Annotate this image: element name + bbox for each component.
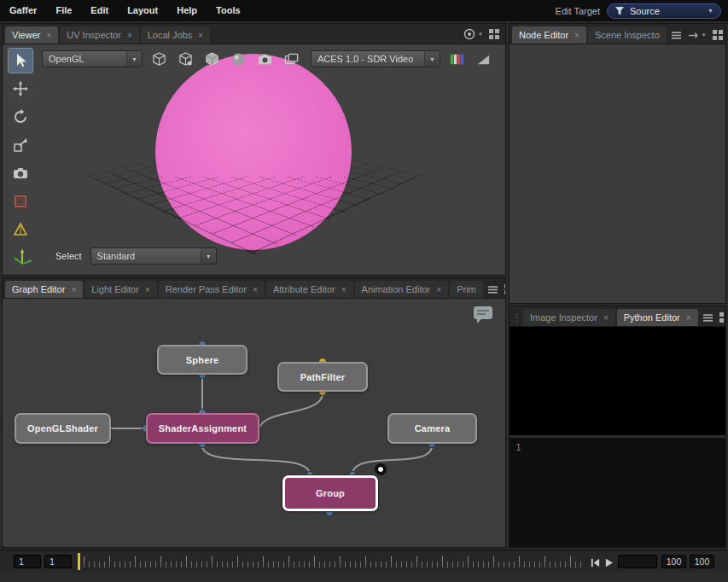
close-icon[interactable]: × xyxy=(145,285,150,294)
layout-grid-button[interactable] xyxy=(712,29,724,41)
tab-node-editor[interactable]: Node Editor × xyxy=(512,26,586,44)
cube-wireframe-button[interactable] xyxy=(149,49,169,68)
viewport[interactable]: OpenGL ▼ xyxy=(3,44,505,275)
edit-target-dropdown[interactable]: Source ▼ xyxy=(607,3,721,19)
python-input-area[interactable]: 1 xyxy=(510,438,725,547)
scene-target-button[interactable]: ▼ xyxy=(463,27,483,41)
renderer-dropdown[interactable]: OpenGL ▼ xyxy=(42,50,143,67)
menu-help[interactable]: Help xyxy=(167,0,207,21)
current-frame-field[interactable]: 1 xyxy=(44,555,72,568)
layout-grid-button[interactable] xyxy=(719,311,725,323)
go-to-start-button[interactable] xyxy=(589,556,601,568)
tab-graph-editor[interactable]: Graph Editor × xyxy=(5,281,83,298)
close-icon[interactable]: × xyxy=(436,285,441,294)
tab-label: Local Jobs xyxy=(148,30,193,40)
tab-render-pass-editor[interactable]: Render Pass Editor × xyxy=(159,281,265,298)
tab-attribute-editor[interactable]: Attribute Editor × xyxy=(266,281,353,298)
tab-image-inspector[interactable]: Image Inspector × xyxy=(523,309,615,326)
node-graph-canvas[interactable]: Sphere PathFilter OpenGLShader ShaderAss… xyxy=(3,299,505,547)
start-frame-field[interactable]: 1 xyxy=(14,555,41,568)
tab-label: Viewer xyxy=(12,30,40,40)
speech-bubble-icon xyxy=(473,306,493,324)
close-icon[interactable]: × xyxy=(603,313,609,323)
menu-bar: Gaffer File Edit Layout Help Tools Edit … xyxy=(0,0,728,21)
cube-points-button[interactable] xyxy=(175,49,195,68)
viewer-panel: Viewer × UV Inspector × Local Jobs × ▼ xyxy=(2,23,506,276)
panel-menu-button[interactable] xyxy=(487,284,498,295)
panel-menu-button[interactable] xyxy=(671,30,682,41)
range-end-field[interactable]: 100 xyxy=(690,555,714,568)
snapshot-button[interactable] xyxy=(254,49,275,68)
node-label: Sphere xyxy=(186,355,219,365)
camera-icon xyxy=(257,51,273,67)
close-icon[interactable]: × xyxy=(574,31,579,40)
crop-window-tool-button[interactable] xyxy=(8,189,33,214)
field-value: 100 xyxy=(695,556,710,567)
annotation-button[interactable] xyxy=(473,306,493,326)
node-sphere[interactable]: Sphere xyxy=(157,345,248,375)
play-button[interactable] xyxy=(603,556,614,568)
menu-file[interactable]: File xyxy=(46,0,81,21)
menu-layout[interactable]: Layout xyxy=(118,0,167,21)
close-icon[interactable]: × xyxy=(198,31,203,40)
gaffer-window: Gaffer File Edit Layout Help Tools Edit … xyxy=(0,0,728,582)
scale-tool-button[interactable] xyxy=(8,132,33,158)
tab-scene-inspector[interactable]: Scene Inspecto xyxy=(588,26,667,44)
rgb-channels-button[interactable] xyxy=(446,49,467,68)
translate-tool-button[interactable] xyxy=(8,76,33,102)
close-icon[interactable]: × xyxy=(341,285,347,294)
image-compare-button[interactable] xyxy=(281,49,301,68)
tab-label: Attribute Editor xyxy=(273,284,335,294)
cursor-icon xyxy=(12,52,29,69)
close-icon[interactable]: × xyxy=(127,31,132,40)
layout-grid-button[interactable] xyxy=(504,283,505,295)
node-label: ShaderAssignment xyxy=(159,423,247,434)
close-icon[interactable]: × xyxy=(253,285,258,294)
field-value: 1 xyxy=(19,556,24,567)
tab-primitive-inspector[interactable]: Prim xyxy=(450,281,483,298)
rotate-icon xyxy=(12,108,29,125)
node-openglshader[interactable]: OpenGLShader xyxy=(15,413,111,444)
close-icon[interactable]: × xyxy=(71,285,76,294)
focus-indicator[interactable] xyxy=(375,463,387,475)
select-mode-dropdown[interactable]: Standard ▼ xyxy=(90,247,217,265)
end-frame-field[interactable]: 100 xyxy=(661,555,686,568)
tab-overflow-indicator[interactable]: ⋮ xyxy=(512,312,523,326)
node-shaderassignment[interactable]: ShaderAssignment xyxy=(146,413,259,444)
tab-uv-inspector[interactable]: UV Inspector × xyxy=(60,26,138,44)
select-tool-button[interactable] xyxy=(8,48,33,73)
node-follow-button[interactable]: ▼ xyxy=(687,30,707,41)
tab-light-editor[interactable]: Light Editor × xyxy=(84,281,157,298)
menu-gaffer[interactable]: Gaffer xyxy=(0,0,46,21)
tab-animation-editor[interactable]: Animation Editor × xyxy=(355,281,449,298)
layout-grid-button[interactable] xyxy=(488,28,500,40)
viewer-tools xyxy=(8,48,33,242)
tab-python-editor[interactable]: Python Editor × xyxy=(617,309,698,326)
menu-edit[interactable]: Edit xyxy=(81,0,118,21)
cube-solid-button[interactable] xyxy=(201,49,222,68)
rotate-tool-button[interactable] xyxy=(8,104,33,130)
node-camera[interactable]: Camera xyxy=(387,413,477,444)
grid-icon xyxy=(719,311,725,323)
playhead[interactable] xyxy=(78,553,80,570)
menu-tools[interactable]: Tools xyxy=(207,0,250,21)
chevron-down-icon: ▼ xyxy=(424,51,440,67)
tab-local-jobs[interactable]: Local Jobs × xyxy=(141,26,210,44)
node-pathfilter[interactable]: PathFilter xyxy=(277,362,368,392)
light-tool-button[interactable] xyxy=(8,217,33,242)
cube-wireframe-icon xyxy=(151,51,167,67)
tab-viewer[interactable]: Viewer × xyxy=(5,26,58,44)
close-icon[interactable]: × xyxy=(46,31,51,40)
frame-ruler[interactable] xyxy=(84,554,585,570)
follow-arrows-icon xyxy=(687,30,700,41)
field-value: 1 xyxy=(50,556,55,567)
playback-speed-field[interactable] xyxy=(618,555,657,568)
display-transform-dropdown[interactable]: ACES 1.0 - SDR Video ▼ xyxy=(311,50,440,67)
close-icon[interactable]: × xyxy=(686,313,691,323)
shading-ball-button[interactable] xyxy=(228,49,248,68)
camera-tool-button[interactable] xyxy=(8,160,33,186)
tab-label: Node Editor xyxy=(519,30,568,40)
gamma-ramp-button[interactable] xyxy=(473,49,493,68)
node-group[interactable]: Group xyxy=(282,475,378,511)
panel-menu-button[interactable] xyxy=(702,312,713,323)
